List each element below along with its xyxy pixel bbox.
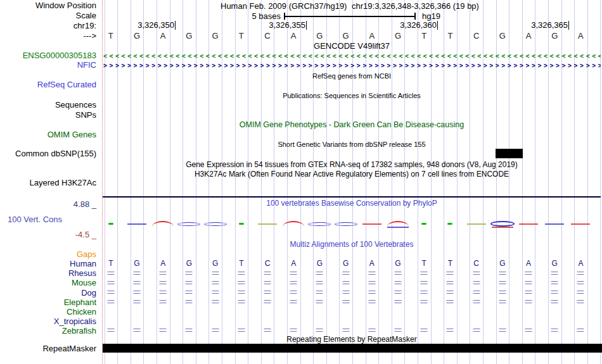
sequence-base-C: C [264, 32, 270, 40]
multiz-human-base-A: A [578, 260, 583, 267]
alignment-identity-mark [290, 272, 297, 275]
label-x-tropicalis[interactable]: X_tropicalis [54, 317, 96, 325]
label-gaps[interactable]: Gaps [77, 250, 96, 258]
title-short-genetic-variants-from-dbsnp-releas[interactable]: Short Genetic Variants from dbSNP releas… [103, 141, 601, 149]
alignment-identity-mark [316, 300, 323, 303]
alignment-identity-mark [212, 281, 219, 284]
label-100-vert-cons[interactable]: 100 Vert. Cons [8, 215, 62, 223]
conservation-mark-line-red [519, 223, 538, 225]
multiz-human-base-G: G [395, 260, 400, 267]
label-common-dbsnp-155[interactable]: Common dbSNP(155) [15, 149, 96, 158]
conservation-mark-arc-red [387, 221, 409, 227]
conservation-mark-arc-red [283, 221, 304, 227]
dbsnp-variant-box[interactable] [496, 149, 523, 158]
label-omim-genes[interactable]: OMIM Genes [48, 130, 96, 139]
repeatmasker-element-bar[interactable] [103, 344, 602, 353]
alignment-identity-mark [160, 329, 167, 332]
label-ensg00000305183[interactable]: ENSG00000305183 [23, 51, 96, 60]
sequence-base-G: G [212, 32, 219, 40]
alignment-identity-mark [134, 281, 141, 284]
title-100-vertebrates-basewise-conservation-by[interactable]: 100 vertebrates Basewise Conservation by… [103, 199, 601, 208]
title-omim-gene-phenotypes-dark-green-can-be-d[interactable]: OMIM Gene Phenotypes - Dark Green Can Be… [103, 121, 601, 129]
label-rhesus[interactable]: Rhesus [68, 269, 96, 277]
scale-assembly-label: hg19 [422, 11, 440, 21]
title-gencode-v49lift37[interactable]: GENCODE V49lift37 [103, 42, 601, 50]
label-repeatmasker[interactable]: RepeatMasker [42, 344, 96, 353]
multiz-human-base-G: G [186, 260, 192, 267]
alignment-identity-mark [264, 281, 271, 284]
label-mouse[interactable]: Mouse [72, 279, 96, 287]
scale-bases-label: 5 bases [252, 11, 281, 21]
alignment-identity-mark [186, 300, 193, 303]
ruler-tick [568, 21, 569, 30]
label-sequences[interactable]: Sequences [55, 101, 96, 109]
conservation-mark-ellipse-blue [308, 222, 331, 226]
label-snps[interactable]: SNPs [75, 111, 96, 119]
alignment-identity-mark [368, 291, 375, 294]
label-layered-h3k27ac[interactable]: Layered H3K27Ac [29, 179, 96, 187]
alignment-identity-mark [577, 291, 584, 294]
label-scale[interactable]: Scale [75, 11, 96, 20]
alignment-identity-mark [134, 291, 141, 294]
conservation-mark-dot-green [239, 223, 244, 225]
alignment-identity-mark [316, 329, 323, 332]
conservation-mark-underline [492, 227, 513, 228]
nfic-gene-strand-arrows[interactable]: >>>>>>>>>>>>>>>>>>>>>>>>>>>>>>>>>>>>>>>>… [103, 61, 601, 70]
scale-bar-right-tick [414, 13, 416, 20]
multiz-human-base-A: A [369, 260, 375, 267]
title-repeating-elements-by-repeatmasker[interactable]: Repeating Elements by RepeatMasker [103, 336, 601, 344]
label-zebrafish[interactable]: Zebrafish [62, 327, 96, 335]
alignment-identity-mark [395, 329, 402, 332]
conservation-mark-line-olive [258, 223, 277, 225]
track-left-edge-line [102, 0, 103, 364]
label-item[interactable]: ---> [83, 32, 96, 40]
alignment-identity-mark [525, 281, 532, 284]
ruler-label-3-326-355: 3,326,355 [269, 21, 305, 29]
sequence-base-T: T [239, 32, 244, 40]
sequence-base-A: A [291, 32, 297, 40]
scale-bar-left-tick [284, 13, 285, 20]
label-4-5[interactable]: -4.5 _ [75, 230, 96, 239]
title-multiz-alignments-of-100-vertebrates[interactable]: Multiz Alignments of 100 Vertebrates [103, 241, 601, 249]
alignment-identity-mark [342, 281, 349, 284]
alignment-identity-mark [551, 291, 558, 294]
alignment-identity-mark [473, 329, 480, 332]
label-window-position[interactable]: Window Position [35, 1, 96, 9]
alignment-identity-mark [264, 329, 271, 332]
label-refseq-curated[interactable]: RefSeq Curated [37, 80, 96, 89]
alignment-identity-mark [238, 272, 245, 275]
conservation-mark-line-red [362, 223, 381, 225]
label-human[interactable]: Human [70, 260, 96, 268]
alignment-identity-mark [368, 281, 375, 284]
multiz-human-base-G: G [134, 260, 139, 267]
alignment-identity-mark [186, 281, 193, 284]
label-4-88[interactable]: 4.88 _ [74, 200, 96, 208]
ruler-tick [175, 21, 176, 30]
alignment-identity-mark [421, 300, 428, 303]
conservation-mark-ellipse-bold-blue [490, 221, 515, 227]
conservation-mark-line-olive [467, 223, 486, 225]
alignment-identity-mark [525, 329, 532, 332]
alignment-identity-mark [368, 329, 375, 332]
alignment-identity-mark [134, 329, 141, 332]
alignment-identity-mark [499, 300, 506, 303]
title-refseq-genes-from-ncbi[interactable]: RefSeq genes from NCBI [103, 72, 601, 80]
multiz-human-base-G: G [499, 260, 505, 267]
label-nfic[interactable]: NFIC [77, 61, 96, 69]
sequence-base-G: G [134, 32, 140, 40]
label-chr19[interactable]: chr19: [74, 22, 96, 30]
multiz-human-base-T: T [239, 260, 243, 267]
alignment-identity-mark [107, 291, 114, 294]
title-gene-expression-in-54-tissues-from-gtex-[interactable]: Gene Expression in 54 tissues from GTEx … [103, 161, 601, 169]
alignment-identity-mark [212, 329, 219, 332]
conservation-mark-dot-green [447, 223, 452, 225]
title-h3k27ac-mark-often-found-near-active-reg[interactable]: H3K27Ac Mark (Often Found Near Active Re… [103, 170, 601, 179]
label-chicken[interactable]: Chicken [67, 308, 96, 316]
ensg-gene-strand-arrows[interactable]: <<<<<<<<<<<<<<<<<<<<<<<<<<<<<<<<<<<<<<<<… [103, 52, 601, 60]
title-publications-sequences-in-scientific-art[interactable]: Publications: Sequences in Scientific Ar… [103, 92, 601, 100]
label-dog[interactable]: Dog [81, 289, 96, 297]
alignment-identity-mark [316, 291, 323, 294]
label-elephant[interactable]: Elephant [64, 298, 96, 306]
alignment-identity-mark [290, 329, 297, 332]
h3k27ac-baseline [103, 196, 601, 198]
